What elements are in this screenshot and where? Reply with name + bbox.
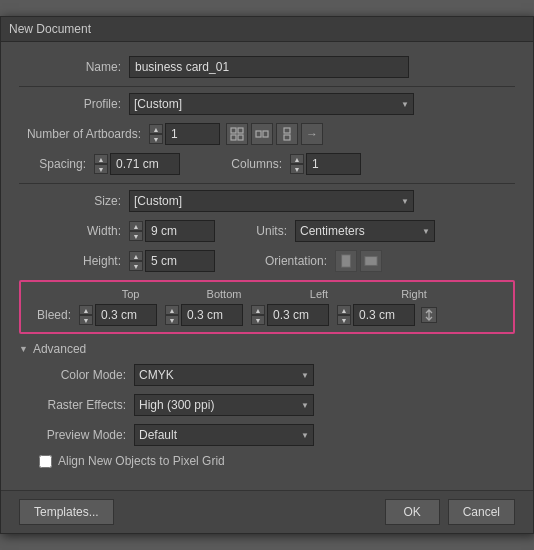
- portrait-icon[interactable]: [335, 250, 357, 272]
- width-up-arrow[interactable]: ▲: [129, 221, 143, 231]
- bleed-top-arrows: ▲ ▼: [79, 305, 93, 325]
- size-row: Size: [Custom]: [19, 190, 515, 212]
- bleed-left-up[interactable]: ▲: [251, 305, 265, 315]
- bleed-left-down[interactable]: ▼: [251, 315, 265, 325]
- svg-rect-7: [284, 135, 290, 140]
- dialog-body: Name: Profile: [Custom] Number of Artboa…: [1, 42, 533, 490]
- width-input[interactable]: [145, 220, 215, 242]
- bleed-link-icon[interactable]: [421, 307, 437, 323]
- preview-dropdown-wrapper: Default Pixel Overprint: [134, 424, 314, 446]
- color-mode-dropdown-wrapper: CMYK RGB: [134, 364, 314, 386]
- bleed-section: Top Bottom Left Right Bleed: ▲ ▼: [19, 280, 515, 334]
- height-label: Height:: [19, 254, 129, 268]
- artboard-arrange-btn[interactable]: →: [301, 123, 323, 145]
- svg-rect-0: [231, 128, 236, 133]
- bleed-bottom-down[interactable]: ▼: [165, 315, 179, 325]
- spacing-input[interactable]: [110, 153, 180, 175]
- units-dropdown-wrapper: Centimeters Pixels Points Inches Millime…: [295, 220, 435, 242]
- name-row: Name:: [19, 56, 515, 78]
- ok-button[interactable]: OK: [385, 499, 440, 525]
- width-label: Width:: [19, 224, 129, 238]
- templates-button[interactable]: Templates...: [19, 499, 114, 525]
- columns-label: Columns:: [210, 157, 290, 171]
- columns-down-arrow[interactable]: ▼: [290, 164, 304, 174]
- bleed-top-up[interactable]: ▲: [79, 305, 93, 315]
- columns-up-arrow[interactable]: ▲: [290, 154, 304, 164]
- pixel-grid-row: Align New Objects to Pixel Grid: [39, 454, 515, 468]
- size-label: Size:: [19, 194, 129, 208]
- svg-rect-1: [238, 128, 243, 133]
- svg-rect-8: [342, 255, 351, 267]
- svg-rect-3: [238, 135, 243, 140]
- spacing-down-arrow[interactable]: ▼: [94, 164, 108, 174]
- size-dropdown-wrapper: [Custom]: [129, 190, 414, 212]
- spacing-up-arrow[interactable]: ▲: [94, 154, 108, 164]
- bleed-inputs-row: Bleed: ▲ ▼ ▲ ▼: [29, 304, 505, 326]
- bleed-label: Bleed:: [29, 308, 79, 322]
- spacing-arrows: ▲ ▼: [94, 154, 108, 174]
- advanced-toggle[interactable]: ▼ Advanced: [19, 342, 515, 356]
- footer-left: Templates...: [19, 499, 114, 525]
- bleed-bottom-header: Bottom: [174, 288, 269, 300]
- profile-row: Profile: [Custom]: [19, 93, 515, 115]
- units-label: Units:: [245, 224, 295, 238]
- preview-dropdown[interactable]: Default Pixel Overprint: [134, 424, 314, 446]
- bleed-headers-row: Top Bottom Left Right: [29, 288, 505, 300]
- color-mode-label: Color Mode:: [39, 368, 134, 382]
- artboards-down-arrow[interactable]: ▼: [149, 134, 163, 144]
- bleed-bottom-up[interactable]: ▲: [165, 305, 179, 315]
- bleed-right-down[interactable]: ▼: [337, 315, 351, 325]
- bleed-bottom-group: ▲ ▼: [165, 304, 243, 326]
- raster-dropdown-wrapper: High (300 ppi) Medium (150 ppi) Screen (…: [134, 394, 314, 416]
- profile-label: Profile:: [19, 97, 129, 111]
- height-arrows: ▲ ▼: [129, 251, 143, 271]
- columns-input[interactable]: [306, 153, 361, 175]
- profile-dropdown[interactable]: [Custom]: [129, 93, 414, 115]
- bleed-top-input[interactable]: [95, 304, 157, 326]
- height-orientation-row: Height: ▲ ▼ Orientation:: [19, 250, 515, 272]
- artboard-row-btn[interactable]: [251, 123, 273, 145]
- width-arrows: ▲ ▼: [129, 221, 143, 241]
- orientation-label: Orientation:: [235, 254, 335, 268]
- bleed-right-group: ▲ ▼: [337, 304, 415, 326]
- svg-rect-5: [263, 131, 268, 137]
- raster-effects-row: Raster Effects: High (300 ppi) Medium (1…: [39, 394, 515, 416]
- landscape-icon[interactable]: [360, 250, 382, 272]
- svg-rect-6: [284, 128, 290, 133]
- name-input[interactable]: [129, 56, 409, 78]
- dialog-footer: Templates... OK Cancel: [1, 490, 533, 533]
- bleed-left-arrows: ▲ ▼: [251, 305, 265, 325]
- height-input[interactable]: [145, 250, 215, 272]
- size-dropdown[interactable]: [Custom]: [129, 190, 414, 212]
- width-down-arrow[interactable]: ▼: [129, 231, 143, 241]
- svg-rect-4: [256, 131, 261, 137]
- bleed-right-up[interactable]: ▲: [337, 305, 351, 315]
- height-up-arrow[interactable]: ▲: [129, 251, 143, 261]
- bleed-top-down[interactable]: ▼: [79, 315, 93, 325]
- cancel-button[interactable]: Cancel: [448, 499, 515, 525]
- spacing-columns-row: Spacing: ▲ ▼ Columns: ▲ ▼: [19, 153, 515, 175]
- artboards-label: Number of Artboards:: [19, 127, 149, 141]
- artboards-row: Number of Artboards: ▲ ▼: [19, 123, 515, 145]
- color-mode-dropdown[interactable]: CMYK RGB: [134, 364, 314, 386]
- width-units-row: Width: ▲ ▼ Units: Centimeters Pixels Poi…: [19, 220, 515, 242]
- profile-dropdown-wrapper: [Custom]: [129, 93, 414, 115]
- bleed-left-input[interactable]: [267, 304, 329, 326]
- height-spinner: ▲ ▼: [129, 250, 215, 272]
- artboard-col-btn[interactable]: [276, 123, 298, 145]
- bleed-left-header: Left: [269, 288, 364, 300]
- spacing-label: Spacing:: [19, 157, 94, 171]
- raster-dropdown[interactable]: High (300 ppi) Medium (150 ppi) Screen (…: [134, 394, 314, 416]
- artboards-input[interactable]: [165, 123, 220, 145]
- bleed-bottom-input[interactable]: [181, 304, 243, 326]
- raster-label: Raster Effects:: [39, 398, 134, 412]
- artboards-spinner: ▲ ▼: [149, 123, 220, 145]
- artboard-grid-btn[interactable]: [226, 123, 248, 145]
- pixel-grid-checkbox[interactable]: [39, 455, 52, 468]
- height-down-arrow[interactable]: ▼: [129, 261, 143, 271]
- artboards-up-arrow[interactable]: ▲: [149, 124, 163, 134]
- bleed-right-input[interactable]: [353, 304, 415, 326]
- artboards-arrows: ▲ ▼: [149, 124, 163, 144]
- units-dropdown[interactable]: Centimeters Pixels Points Inches Millime…: [295, 220, 435, 242]
- bleed-left-group: ▲ ▼: [251, 304, 329, 326]
